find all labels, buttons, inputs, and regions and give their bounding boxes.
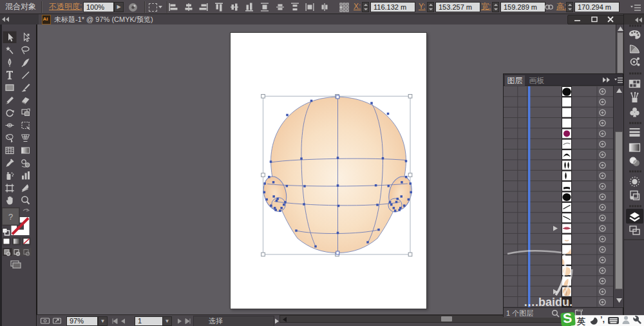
svg-text:?: ?: [8, 212, 13, 222]
